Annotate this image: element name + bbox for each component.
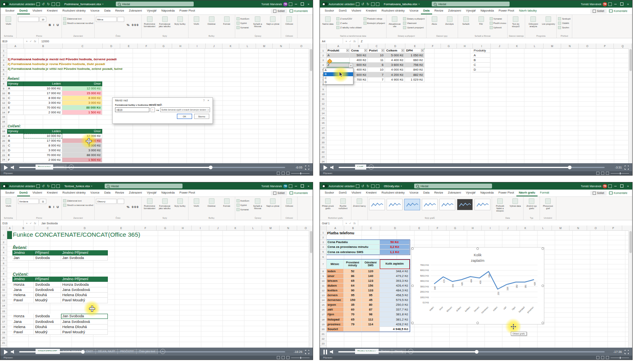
column-header-N[interactable]: N bbox=[561, 44, 579, 48]
spreadsheet[interactable]: ABCDEFGHIJKLMNOP 12345678910111213141516… bbox=[320, 226, 632, 348]
scroll-thumb[interactable] bbox=[629, 49, 632, 71]
row-header-1[interactable]: 1 bbox=[320, 230, 326, 235]
view-pagebreak-icon[interactable] bbox=[286, 356, 290, 359]
cell[interactable]: 8 000 Kč bbox=[24, 143, 62, 148]
file-name[interactable]: 05Grafy.xlsx bbox=[384, 184, 399, 188]
qat-icon[interactable] bbox=[56, 184, 60, 188]
close-icon[interactable]: × bbox=[626, 184, 630, 188]
cell[interactable]: B bbox=[7, 138, 24, 143]
cell[interactable]: C bbox=[7, 96, 24, 101]
column-header-L[interactable]: L bbox=[244, 226, 262, 230]
cell[interactable]: Počet bbox=[368, 48, 385, 53]
column-header-C[interactable]: C bbox=[63, 44, 103, 48]
cell[interactable]: 65 bbox=[344, 279, 362, 283]
ribbon-button[interactable]: Zalamovat text bbox=[63, 199, 93, 202]
cell[interactable]: prosinec bbox=[326, 322, 344, 327]
cell[interactable]: Leden bbox=[24, 129, 62, 134]
row-header-15[interactable]: 15 bbox=[0, 309, 7, 314]
cell[interactable]: Leden bbox=[24, 81, 62, 86]
column-header-H[interactable]: H bbox=[464, 226, 482, 230]
qat-icon[interactable] bbox=[56, 2, 60, 6]
ribbon-tab-Data[interactable]: Data bbox=[421, 190, 432, 196]
ribbon-tab-Power Pivot[interactable]: Power Pivot bbox=[177, 8, 197, 14]
view-layout-icon[interactable] bbox=[601, 172, 604, 175]
cell[interactable]: B bbox=[472, 58, 490, 63]
cell[interactable]: 90 bbox=[344, 288, 362, 293]
ribbon-button[interactable]: Najít a vybrat bbox=[266, 16, 280, 34]
minimize-icon[interactable] bbox=[614, 186, 617, 186]
cell[interactable]: 4 400 Kč bbox=[385, 58, 405, 63]
ribbon-button[interactable]: Vymazat bbox=[490, 17, 506, 20]
file-name[interactable]: Textove_funkce.xlsx bbox=[64, 184, 90, 188]
ribbon-tab-Power Pivot[interactable]: Power Pivot bbox=[496, 190, 516, 196]
row-header-8[interactable]: 8 bbox=[0, 81, 7, 86]
column-header-I[interactable]: I bbox=[189, 44, 206, 48]
column-header-G[interactable]: G bbox=[157, 226, 174, 230]
video-progress-bar[interactable] bbox=[338, 351, 605, 352]
ribbon-button[interactable]: Z webu bbox=[336, 22, 362, 25]
column-header-O[interactable]: O bbox=[297, 226, 313, 230]
format-style-select[interactable]: Světle červená výplň s tmavě červeným te… bbox=[160, 107, 210, 112]
row-header-24[interactable]: 24 bbox=[0, 157, 7, 162]
column-header-Q[interactable]: Q bbox=[614, 44, 632, 48]
ribbon-tab-Vzorce[interactable]: Vzorce bbox=[88, 8, 102, 14]
column-header-M[interactable]: M bbox=[256, 44, 273, 48]
cell[interactable]: C bbox=[472, 63, 490, 67]
cell[interactable]: Jméno bbox=[12, 250, 34, 255]
column-header-K[interactable]: K bbox=[517, 226, 534, 230]
cell[interactable]: Helena Dlouhá bbox=[61, 324, 108, 330]
redo-icon[interactable]: ↻ bbox=[46, 2, 50, 6]
cell[interactable]: 4 948,5 Kč bbox=[380, 327, 410, 332]
search-input[interactable]: Hledat bbox=[432, 2, 510, 6]
enter-icon[interactable]: ✓ bbox=[30, 40, 32, 43]
column-header-P[interactable]: P bbox=[596, 44, 614, 48]
ribbon-button[interactable]: Vložit bbox=[190, 16, 203, 34]
ribbon-button[interactable]: Vyplnit bbox=[236, 22, 250, 25]
ribbon-button[interactable]: Odebrat bbox=[205, 198, 218, 216]
column-header-H[interactable]: H bbox=[457, 44, 473, 48]
ribbon-button[interactable]: Styly buňky bbox=[173, 198, 187, 216]
cell[interactable]: 156 bbox=[362, 283, 380, 288]
progress-handle[interactable] bbox=[81, 350, 85, 354]
cell[interactable]: 337,7 Kč bbox=[380, 307, 410, 312]
row-header-2[interactable]: 2 bbox=[320, 235, 326, 240]
comments-button[interactable]: Komentáře bbox=[607, 191, 630, 195]
ribbon-tab-Nápověda[interactable]: Nápověda bbox=[478, 190, 496, 196]
ribbon-tab-Rozložení stránky[interactable]: Rozložení stránky bbox=[60, 190, 88, 196]
cell[interactable]: duben bbox=[326, 283, 344, 288]
row-header-20[interactable]: 20 bbox=[0, 335, 7, 340]
row-header-9[interactable]: 9 bbox=[0, 86, 7, 91]
cell[interactable]: 79 bbox=[344, 322, 362, 327]
row-header-1[interactable]: 1 bbox=[320, 48, 326, 53]
row-header-14[interactable]: 14 bbox=[0, 110, 7, 115]
ribbon-tab-Nápověda[interactable]: Nápověda bbox=[159, 190, 177, 196]
ribbon-tab-Revize[interactable]: Revize bbox=[113, 8, 126, 14]
cell[interactable]: A bbox=[472, 53, 490, 58]
row-header-2[interactable]: 2 bbox=[0, 53, 7, 58]
enter-icon[interactable]: ✓ bbox=[349, 222, 351, 225]
cell[interactable]: B bbox=[7, 91, 24, 96]
cell[interactable]: A bbox=[7, 134, 24, 138]
cell[interactable]: 50 Kč bbox=[380, 240, 410, 245]
ribbon-button[interactable]: Změnit barvy bbox=[353, 198, 366, 216]
chart-style-thumbnail[interactable] bbox=[387, 199, 403, 210]
ribbon-tab-Zobrazení[interactable]: Zobrazení bbox=[446, 190, 464, 196]
cell[interactable]: 10 bbox=[368, 53, 385, 58]
file-name[interactable]: Podminene_formatovani.xlsx bbox=[64, 2, 101, 6]
undo-icon[interactable]: ↺ bbox=[361, 2, 365, 6]
row-header-11[interactable]: 11 bbox=[0, 287, 7, 293]
ribbon-options-icon[interactable] bbox=[608, 184, 612, 188]
row-header-22[interactable]: 22 bbox=[0, 148, 7, 153]
help-icon[interactable]: ? bbox=[201, 99, 206, 102]
ribbon-button[interactable]: Seřadit a filtrovat bbox=[251, 198, 264, 216]
row-header-2[interactable]: 2 bbox=[0, 239, 7, 245]
column-header-E[interactable]: E bbox=[108, 226, 135, 230]
column-header-P[interactable]: P bbox=[605, 226, 622, 230]
cell[interactable]: 4 200 Kč bbox=[385, 72, 405, 77]
chart-style-thumbnail[interactable] bbox=[422, 199, 438, 210]
cell[interactable]: Dlouhá bbox=[34, 324, 61, 330]
ribbon-tab-Kreslení[interactable]: Kreslení bbox=[45, 190, 60, 196]
ribbon-button[interactable]: Citlivost bbox=[282, 16, 296, 34]
row-header-23[interactable]: 23 bbox=[320, 154, 326, 159]
column-header-J[interactable]: J bbox=[499, 226, 517, 230]
